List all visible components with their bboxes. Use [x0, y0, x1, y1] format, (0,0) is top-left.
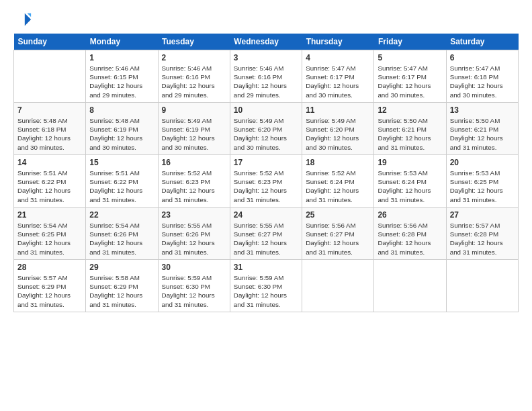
day-number: 23 — [162, 210, 226, 220]
day-info: Sunrise: 5:49 AM Sunset: 6:20 PM Dayligh… — [234, 116, 298, 152]
col-header-tuesday: Tuesday — [158, 34, 230, 50]
header-row: SundayMondayTuesdayWednesdayThursdayFrid… — [14, 34, 519, 50]
day-number: 25 — [306, 210, 370, 220]
week-row-3: 21Sunrise: 5:54 AM Sunset: 6:25 PM Dayli… — [14, 208, 519, 260]
day-number: 19 — [378, 158, 442, 167]
day-info: Sunrise: 5:55 AM Sunset: 6:26 PM Dayligh… — [162, 221, 226, 257]
logo — [13, 11, 35, 30]
calendar-cell: 22Sunrise: 5:54 AM Sunset: 6:26 PM Dayli… — [86, 208, 158, 260]
day-info: Sunrise: 5:49 AM Sunset: 6:19 PM Dayligh… — [162, 116, 226, 152]
day-info: Sunrise: 5:51 AM Sunset: 6:22 PM Dayligh… — [89, 169, 154, 204]
day-number: 11 — [306, 105, 370, 115]
day-number: 30 — [162, 263, 226, 272]
day-number: 8 — [89, 105, 154, 115]
day-number: 1 — [89, 53, 154, 62]
col-header-sunday: Sunday — [14, 34, 86, 50]
day-number: 31 — [234, 263, 298, 272]
col-header-saturday: Saturday — [446, 34, 518, 50]
calendar-cell: 10Sunrise: 5:49 AM Sunset: 6:20 PM Dayli… — [230, 103, 302, 155]
day-number: 26 — [378, 210, 442, 220]
calendar-cell: 25Sunrise: 5:56 AM Sunset: 6:27 PM Dayli… — [302, 208, 374, 260]
day-info: Sunrise: 5:53 AM Sunset: 6:24 PM Dayligh… — [378, 169, 442, 204]
calendar-cell: 28Sunrise: 5:57 AM Sunset: 6:29 PM Dayli… — [14, 260, 86, 312]
page-container: SundayMondayTuesdayWednesdayThursdayFrid… — [0, 0, 532, 319]
day-info: Sunrise: 5:49 AM Sunset: 6:20 PM Dayligh… — [306, 116, 370, 152]
day-info: Sunrise: 5:52 AM Sunset: 6:23 PM Dayligh… — [234, 169, 298, 204]
week-row-1: 7Sunrise: 5:48 AM Sunset: 6:18 PM Daylig… — [14, 103, 519, 155]
day-number: 4 — [306, 53, 370, 62]
header — [13, 11, 519, 30]
week-row-2: 14Sunrise: 5:51 AM Sunset: 6:22 PM Dayli… — [14, 155, 519, 208]
day-number: 20 — [450, 158, 515, 167]
day-info: Sunrise: 5:58 AM Sunset: 6:29 PM Dayligh… — [89, 273, 154, 309]
day-info: Sunrise: 5:47 AM Sunset: 6:18 PM Dayligh… — [450, 64, 515, 99]
day-number: 12 — [378, 105, 442, 115]
calendar-table: SundayMondayTuesdayWednesdayThursdayFrid… — [13, 34, 519, 312]
day-number: 24 — [234, 210, 298, 220]
calendar-cell: 12Sunrise: 5:50 AM Sunset: 6:21 PM Dayli… — [374, 103, 446, 155]
day-info: Sunrise: 5:57 AM Sunset: 6:29 PM Dayligh… — [17, 273, 82, 309]
calendar-cell: 29Sunrise: 5:58 AM Sunset: 6:29 PM Dayli… — [86, 260, 158, 312]
calendar-cell: 1Sunrise: 5:46 AM Sunset: 6:15 PM Daylig… — [86, 50, 158, 103]
day-number: 21 — [17, 210, 82, 220]
calendar-cell: 30Sunrise: 5:59 AM Sunset: 6:30 PM Dayli… — [158, 260, 230, 312]
day-info: Sunrise: 5:47 AM Sunset: 6:17 PM Dayligh… — [378, 64, 442, 99]
day-number: 2 — [162, 53, 226, 62]
calendar-cell: 31Sunrise: 5:59 AM Sunset: 6:30 PM Dayli… — [230, 260, 302, 312]
week-row-4: 28Sunrise: 5:57 AM Sunset: 6:29 PM Dayli… — [14, 260, 519, 312]
day-number: 7 — [17, 105, 82, 115]
day-number: 27 — [450, 210, 515, 220]
calendar-cell: 15Sunrise: 5:51 AM Sunset: 6:22 PM Dayli… — [86, 155, 158, 208]
day-info: Sunrise: 5:54 AM Sunset: 6:25 PM Dayligh… — [17, 221, 82, 257]
day-info: Sunrise: 5:56 AM Sunset: 6:27 PM Dayligh… — [306, 221, 370, 257]
calendar-cell: 23Sunrise: 5:55 AM Sunset: 6:26 PM Dayli… — [158, 208, 230, 260]
day-number: 10 — [234, 105, 298, 115]
day-info: Sunrise: 5:46 AM Sunset: 6:16 PM Dayligh… — [162, 64, 226, 99]
day-number: 13 — [450, 105, 515, 115]
col-header-thursday: Thursday — [302, 34, 374, 50]
logo-icon — [13, 11, 32, 30]
calendar-cell: 18Sunrise: 5:52 AM Sunset: 6:24 PM Dayli… — [302, 155, 374, 208]
day-info: Sunrise: 5:46 AM Sunset: 6:15 PM Dayligh… — [89, 64, 154, 99]
day-info: Sunrise: 5:52 AM Sunset: 6:23 PM Dayligh… — [162, 169, 226, 204]
day-number: 28 — [17, 263, 82, 272]
day-info: Sunrise: 5:56 AM Sunset: 6:28 PM Dayligh… — [378, 221, 442, 257]
calendar-cell: 24Sunrise: 5:55 AM Sunset: 6:27 PM Dayli… — [230, 208, 302, 260]
day-info: Sunrise: 5:48 AM Sunset: 6:19 PM Dayligh… — [89, 116, 154, 152]
day-number: 5 — [378, 53, 442, 62]
day-info: Sunrise: 5:46 AM Sunset: 6:16 PM Dayligh… — [234, 64, 298, 99]
day-number: 14 — [17, 158, 82, 167]
calendar-cell: 3Sunrise: 5:46 AM Sunset: 6:16 PM Daylig… — [230, 50, 302, 103]
day-info: Sunrise: 5:55 AM Sunset: 6:27 PM Dayligh… — [234, 221, 298, 257]
calendar-cell: 4Sunrise: 5:47 AM Sunset: 6:17 PM Daylig… — [302, 50, 374, 103]
calendar-cell — [446, 260, 518, 312]
day-info: Sunrise: 5:53 AM Sunset: 6:25 PM Dayligh… — [450, 169, 515, 204]
calendar-cell: 16Sunrise: 5:52 AM Sunset: 6:23 PM Dayli… — [158, 155, 230, 208]
day-info: Sunrise: 5:57 AM Sunset: 6:28 PM Dayligh… — [450, 221, 515, 257]
day-number: 22 — [89, 210, 154, 220]
calendar-cell: 5Sunrise: 5:47 AM Sunset: 6:17 PM Daylig… — [374, 50, 446, 103]
day-info: Sunrise: 5:59 AM Sunset: 6:30 PM Dayligh… — [162, 273, 226, 309]
calendar-cell: 13Sunrise: 5:50 AM Sunset: 6:21 PM Dayli… — [446, 103, 518, 155]
day-number: 29 — [89, 263, 154, 272]
day-info: Sunrise: 5:50 AM Sunset: 6:21 PM Dayligh… — [378, 116, 442, 152]
calendar-cell: 7Sunrise: 5:48 AM Sunset: 6:18 PM Daylig… — [14, 103, 86, 155]
day-number: 3 — [234, 53, 298, 62]
day-info: Sunrise: 5:51 AM Sunset: 6:22 PM Dayligh… — [17, 169, 82, 204]
col-header-wednesday: Wednesday — [230, 34, 302, 50]
day-info: Sunrise: 5:47 AM Sunset: 6:17 PM Dayligh… — [306, 64, 370, 99]
day-number: 6 — [450, 53, 515, 62]
calendar-cell: 14Sunrise: 5:51 AM Sunset: 6:22 PM Dayli… — [14, 155, 86, 208]
calendar-cell — [374, 260, 446, 312]
day-number: 15 — [89, 158, 154, 167]
calendar-cell: 6Sunrise: 5:47 AM Sunset: 6:18 PM Daylig… — [446, 50, 518, 103]
day-info: Sunrise: 5:52 AM Sunset: 6:24 PM Dayligh… — [306, 169, 370, 204]
calendar-cell — [302, 260, 374, 312]
col-header-friday: Friday — [374, 34, 446, 50]
calendar-cell: 21Sunrise: 5:54 AM Sunset: 6:25 PM Dayli… — [14, 208, 86, 260]
week-row-0: 1Sunrise: 5:46 AM Sunset: 6:15 PM Daylig… — [14, 50, 519, 103]
day-info: Sunrise: 5:54 AM Sunset: 6:26 PM Dayligh… — [89, 221, 154, 257]
calendar-cell: 9Sunrise: 5:49 AM Sunset: 6:19 PM Daylig… — [158, 103, 230, 155]
calendar-cell: 27Sunrise: 5:57 AM Sunset: 6:28 PM Dayli… — [446, 208, 518, 260]
day-number: 9 — [162, 105, 226, 115]
